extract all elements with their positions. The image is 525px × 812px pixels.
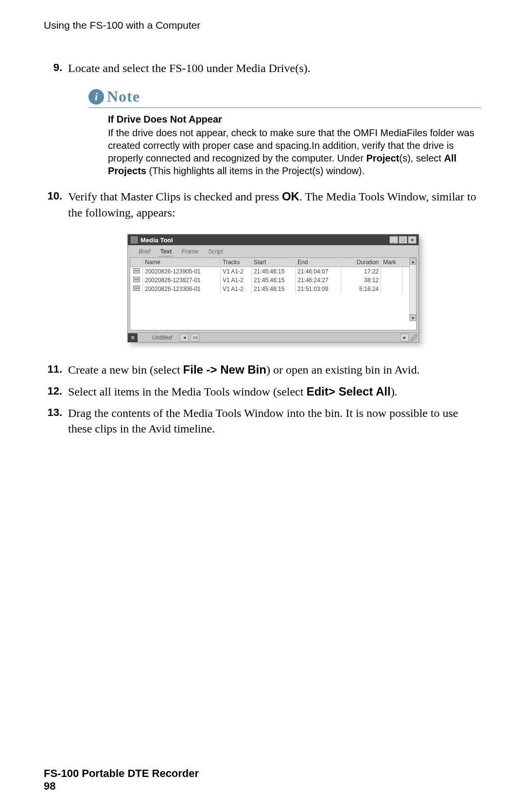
tab-script[interactable]: Script [206, 247, 225, 256]
cell-name: 20020826-123905-01 [143, 267, 221, 276]
cell-tracks: V1 A1-2 [221, 285, 252, 293]
cell-end: 21:51:03:09 [296, 285, 341, 293]
cell-mark [381, 285, 402, 293]
resize-grip-icon[interactable] [410, 334, 418, 342]
step-11-post: ) or open an existing bin in Avid. [266, 363, 420, 376]
col-icon [130, 258, 143, 267]
cell-name: 20020826-123306-01 [143, 285, 221, 293]
table-row[interactable]: 20020826-123827-01 V1 A1-2 21:45:46:15 2… [130, 276, 416, 285]
scroll-left-button[interactable]: ◂ [180, 334, 189, 342]
footer-title: FS-100 Portable DTE Recorder [44, 767, 199, 780]
step-number: 9. [44, 60, 68, 76]
minimize-button[interactable]: _ [389, 236, 398, 244]
step-10-bold: OK [282, 190, 299, 203]
step-text: Locate and select the FS-100 under Media… [68, 60, 481, 76]
cell-mark [381, 267, 402, 276]
note-body-mid1: (s), select [399, 153, 444, 163]
note-bold-1: Project [366, 153, 399, 163]
note-body-post: (This highlights all items in the Projec… [146, 165, 365, 176]
step-12: 12. Select all items in the Media Tools … [44, 384, 481, 399]
cell-start: 21:45:46:15 [252, 285, 296, 293]
col-tracks[interactable]: Tracks [221, 258, 252, 267]
page-header: Using the FS-100 with a Computer [44, 19, 481, 31]
col-start[interactable]: Start [252, 258, 296, 267]
media-table: Name Tracks Start End Duration Mark 2002… [130, 257, 417, 330]
step-10-pre: Verify that Master Clips is checked and … [68, 190, 282, 203]
cell-end: 21:46:04:07 [296, 267, 341, 276]
step-text: Create a new bin (select File -> New Bin… [68, 362, 481, 378]
step-10: 10. Verify that Master Clips is checked … [44, 189, 481, 220]
info-icon: i [88, 89, 104, 105]
status-text: Untitled [152, 334, 178, 341]
maximize-button[interactable]: □ [399, 236, 407, 244]
clip-icon [133, 268, 140, 273]
cell-duration: 17:22 [341, 267, 381, 276]
clip-icon [133, 277, 140, 282]
cell-name: 20020826-123827-01 [143, 276, 221, 285]
step-number: 11. [44, 362, 68, 378]
window-title: Media Tool [140, 236, 173, 244]
status-bar: ≡ Untitled ◂ ▭ ▸ [128, 332, 419, 342]
note-label: Note [107, 88, 140, 106]
cell-duration: 5:16:24 [341, 285, 381, 293]
tab-brief[interactable]: Brief [137, 247, 153, 256]
cell-start: 21:45:46:15 [252, 276, 296, 285]
footer-page-number: 98 [44, 780, 199, 793]
step-text: Verify that Master Clips is checked and … [68, 189, 481, 220]
step-11-pre: Create a new bin (select [68, 363, 183, 376]
clip-icon [133, 286, 140, 291]
tab-bar: Brief Text Frame Script [128, 245, 419, 256]
col-duration[interactable]: Duration [341, 258, 381, 267]
window-icon [131, 236, 138, 243]
cell-start: 21:45:46:15 [252, 267, 296, 276]
note-header: i Note [88, 88, 481, 108]
table-header: Name Tracks Start End Duration Mark [130, 258, 416, 267]
scroll-down-arrow-icon[interactable]: ▾ [410, 314, 416, 321]
hscroll-thumb[interactable]: ▭ [191, 334, 199, 342]
table-row[interactable]: 20020826-123306-01 V1 A1-2 21:45:46:15 2… [130, 285, 416, 293]
note-title: If Drive Does Not Appear [108, 113, 481, 126]
scroll-up-arrow-icon[interactable]: ▴ [410, 258, 416, 265]
col-mark[interactable]: Mark [381, 258, 402, 267]
step-13: 13. Drag the contents of the Media Tools… [44, 405, 481, 437]
page-footer: FS-100 Portable DTE Recorder 98 [44, 767, 199, 793]
cell-duration: 38:12 [341, 276, 381, 285]
table-row[interactable]: 20020826-123905-01 V1 A1-2 21:45:46:15 2… [130, 267, 416, 276]
vertical-scrollbar[interactable]: ▴ ▾ [409, 258, 416, 321]
media-tool-window: Media Tool _ □ × Brief Text Frame Script… [127, 234, 419, 343]
cell-end: 21:46:24:27 [296, 276, 341, 285]
tab-text[interactable]: Text [158, 247, 174, 256]
note-block: i Note If Drive Does Not Appear If the d… [88, 88, 481, 177]
step-12-post: ). [391, 385, 398, 398]
step-12-pre: Select all items in the Media Tools wind… [68, 385, 306, 398]
media-tool-screenshot: Media Tool _ □ × Brief Text Frame Script… [127, 234, 419, 343]
step-number: 12. [44, 384, 68, 399]
note-body: If the drive does not appear, check to m… [108, 126, 481, 177]
col-end[interactable]: End [296, 258, 341, 267]
close-button[interactable]: × [408, 236, 417, 244]
step-text: Select all items in the Media Tools wind… [68, 384, 481, 399]
step-text: Drag the contents of the Media Tools Win… [68, 405, 481, 437]
cell-mark [381, 276, 402, 285]
step-11-bold: File -> New Bin [183, 363, 266, 376]
step-number: 10. [44, 189, 68, 220]
cell-tracks: V1 A1-2 [221, 267, 252, 276]
step-9: 9. Locate and select the FS-100 under Me… [44, 60, 481, 76]
step-11: 11. Create a new bin (select File -> New… [44, 362, 481, 378]
tab-frame[interactable]: Frame [179, 247, 200, 256]
titlebar: Media Tool _ □ × [128, 235, 419, 245]
scroll-right-button[interactable]: ▸ [400, 334, 409, 342]
step-12-bold: Edit> Select All [306, 385, 390, 398]
cell-tracks: V1 A1-2 [221, 276, 252, 285]
status-menu-icon[interactable]: ≡ [128, 333, 138, 342]
step-number: 13. [44, 405, 68, 437]
col-name[interactable]: Name [143, 258, 221, 267]
